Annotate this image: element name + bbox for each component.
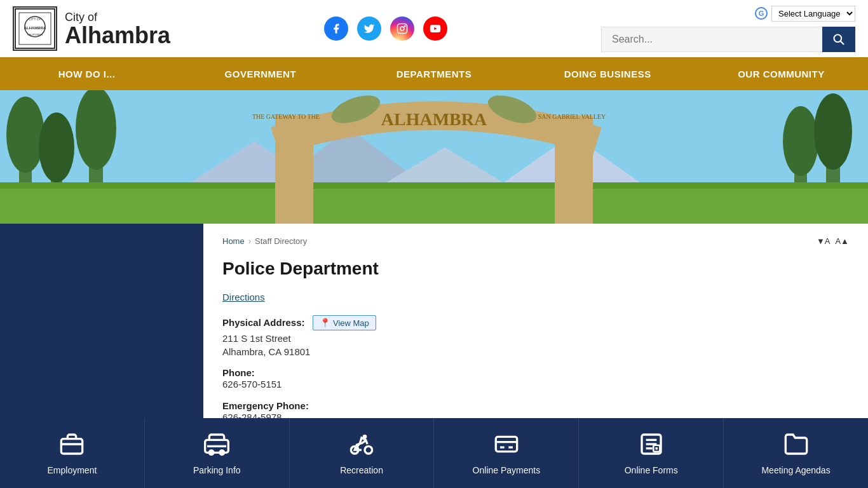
logo-text: City of Alhambra [65, 11, 170, 47]
breadcrumb-current: Staff Directory [255, 236, 307, 246]
nav-item-how-do-i[interactable]: HOW DO I... [0, 58, 173, 90]
svg-text:ALHAMBRA: ALHAMBRA [381, 109, 487, 129]
language-selector[interactable]: G Select Language [755, 6, 855, 22]
nav-item-doing-business[interactable]: DOING BUSINESS [521, 58, 695, 90]
footer-item-employment[interactable]: Employment [0, 418, 145, 446]
svg-text:CALIFORNIA: CALIFORNIA [27, 33, 43, 36]
phone-number: 626-570-5151 [222, 379, 281, 390]
svg-rect-34 [62, 438, 83, 446]
phone-label: Phone: [222, 367, 255, 378]
font-size-controls: ▼A A▲ [817, 236, 849, 246]
physical-address-label: Physical Address: [222, 317, 305, 328]
svg-text:THE GATEWAY TO THE: THE GATEWAY TO THE [252, 113, 320, 120]
online-payments-icon [494, 431, 519, 447]
svg-point-7 [400, 27, 404, 30]
svg-point-8 [404, 25, 405, 27]
twitter-icon[interactable] [357, 17, 381, 41]
sidebar [0, 224, 203, 446]
footer-item-meeting-agendas[interactable]: Meeting Agendas [724, 418, 868, 446]
footer-item-online-forms[interactable]: Online Forms [579, 418, 724, 446]
language-dropdown[interactable]: Select Language [771, 6, 855, 22]
footer-item-parking-info[interactable]: Parking Info [145, 418, 290, 446]
physical-address-section: Physical Address: 📍 View Map 211 S 1st S… [222, 315, 849, 357]
svg-point-24 [814, 93, 852, 170]
address-line1: 211 S 1st Street [222, 333, 849, 344]
search-button[interactable] [822, 27, 855, 52]
top-bar: CITY OF ALHAMBRA CALIFORNIA City of Alha… [0, 0, 868, 57]
font-size-decrease-button[interactable]: ▼A [817, 236, 831, 246]
facebook-icon[interactable] [324, 17, 348, 41]
youtube-icon[interactable] [423, 17, 447, 41]
footer-bar: Employment Parking Info Recreation [0, 418, 868, 446]
main-content: Home › Staff Directory ▼A A▲ Police Depa… [203, 224, 868, 446]
parking-icon [204, 431, 229, 447]
instagram-icon[interactable] [390, 17, 414, 41]
nav-item-our-community[interactable]: OUR COMMUNITY [695, 58, 868, 90]
svg-text:SAN GABRIEL VALLEY: SAN GABRIEL VALLEY [538, 113, 606, 120]
breadcrumb-nav: Home › Staff Directory [222, 236, 307, 246]
search-bar [601, 27, 855, 52]
directions-link[interactable]: Directions [222, 292, 265, 302]
logo-area: CITY OF ALHAMBRA CALIFORNIA City of Alha… [13, 6, 170, 51]
breadcrumb-separator: › [248, 236, 251, 246]
social-icons [324, 17, 447, 41]
view-map-label: View Map [333, 318, 369, 328]
employment-icon [59, 431, 85, 447]
phone-section: Phone: 626-570-5151 [222, 367, 849, 390]
view-map-button[interactable]: 📍 View Map [313, 315, 376, 330]
emergency-phone-label: Emergency Phone: [222, 400, 309, 411]
svg-point-22 [783, 106, 818, 176]
breadcrumb: Home › Staff Directory ▼A A▲ [222, 236, 849, 246]
svg-text:CITY OF: CITY OF [29, 17, 41, 21]
hero-banner: ALHAMBRA THE GATEWAY TO THE SAN GABRIEL … [0, 90, 868, 224]
map-pin-icon: 📍 [320, 318, 330, 328]
page-title: Police Department [222, 259, 849, 279]
font-size-increase-button[interactable]: A▲ [835, 236, 849, 246]
content-wrapper: Home › Staff Directory ▼A A▲ Police Depa… [0, 224, 868, 446]
search-input[interactable] [601, 27, 822, 52]
svg-rect-6 [398, 24, 407, 34]
breadcrumb-home-link[interactable]: Home [222, 236, 245, 246]
address-line2: Alhambra, CA 91801 [222, 346, 849, 357]
recreation-icon [349, 431, 374, 447]
google-translate-icon: G [755, 7, 768, 20]
top-right: G Select Language [601, 6, 855, 52]
city-seal: CITY OF ALHAMBRA CALIFORNIA [13, 6, 57, 51]
nav-item-departments[interactable]: DEPARTMENTS [347, 58, 520, 90]
svg-point-18 [39, 112, 74, 182]
svg-rect-51 [653, 445, 660, 446]
footer-item-recreation[interactable]: Recreation [290, 418, 435, 446]
footer-item-online-payments[interactable]: Online Payments [434, 418, 579, 446]
meeting-agendas-icon [783, 431, 809, 447]
svg-rect-26 [0, 182, 868, 189]
svg-point-20 [76, 90, 116, 170]
main-nav: HOW DO I... GOVERNMENT DEPARTMENTS DOING… [0, 57, 868, 90]
nav-item-government[interactable]: GOVERNMENT [173, 58, 347, 90]
online-forms-icon [639, 431, 664, 447]
logo-alhambra-line: Alhambra [65, 24, 170, 47]
svg-text:ALHAMBRA: ALHAMBRA [24, 26, 46, 30]
svg-point-16 [6, 97, 44, 173]
